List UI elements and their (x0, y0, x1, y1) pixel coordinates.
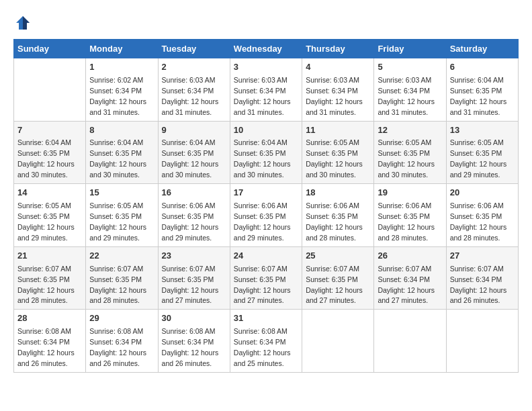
column-header-thursday: Thursday (302, 40, 374, 58)
calendar-table: SundayMondayTuesdayWednesdayThursdayFrid… (13, 39, 519, 373)
svg-marker-2 (23, 16, 30, 30)
calendar-cell: 29Sunrise: 6:08 AM Sunset: 6:34 PM Dayli… (86, 310, 158, 373)
logo (13, 13, 36, 32)
calendar-cell: 22Sunrise: 6:07 AM Sunset: 6:35 PM Dayli… (86, 246, 158, 310)
calendar-cell (302, 310, 374, 373)
day-number: 30 (162, 312, 226, 325)
day-info: Sunrise: 6:06 AM Sunset: 6:35 PM Dayligh… (306, 201, 363, 242)
calendar-cell: 31Sunrise: 6:08 AM Sunset: 6:34 PM Dayli… (230, 310, 302, 373)
calendar-cell: 25Sunrise: 6:07 AM Sunset: 6:35 PM Dayli… (302, 246, 374, 310)
day-info: Sunrise: 6:07 AM Sunset: 6:35 PM Dayligh… (306, 265, 363, 305)
calendar-cell: 9Sunrise: 6:04 AM Sunset: 6:35 PM Daylig… (158, 121, 230, 184)
calendar-cell: 26Sunrise: 6:07 AM Sunset: 6:34 PM Dayli… (374, 246, 446, 310)
day-info: Sunrise: 6:03 AM Sunset: 6:34 PM Dayligh… (234, 76, 291, 116)
day-info: Sunrise: 6:05 AM Sunset: 6:35 PM Dayligh… (306, 138, 363, 179)
day-info: Sunrise: 6:06 AM Sunset: 6:35 PM Dayligh… (234, 201, 291, 242)
day-number: 21 (17, 250, 82, 263)
day-info: Sunrise: 6:03 AM Sunset: 6:34 PM Dayligh… (306, 76, 363, 116)
day-info: Sunrise: 6:05 AM Sunset: 6:35 PM Dayligh… (89, 201, 146, 242)
day-number: 24 (234, 250, 298, 263)
day-number: 27 (450, 250, 515, 263)
day-info: Sunrise: 6:06 AM Sunset: 6:35 PM Dayligh… (450, 201, 507, 242)
day-info: Sunrise: 6:07 AM Sunset: 6:35 PM Dayligh… (17, 265, 75, 305)
calendar-cell: 24Sunrise: 6:07 AM Sunset: 6:35 PM Dayli… (230, 246, 302, 310)
day-number: 15 (89, 187, 154, 199)
week-row-1: 1Sunrise: 6:02 AM Sunset: 6:34 PM Daylig… (14, 58, 519, 122)
day-number: 17 (234, 187, 298, 199)
day-info: Sunrise: 6:05 AM Sunset: 6:35 PM Dayligh… (450, 138, 507, 179)
day-info: Sunrise: 6:04 AM Sunset: 6:35 PM Dayligh… (450, 76, 507, 116)
calendar-cell: 17Sunrise: 6:06 AM Sunset: 6:35 PM Dayli… (230, 184, 302, 247)
day-number: 5 (378, 61, 442, 74)
day-info: Sunrise: 6:02 AM Sunset: 6:34 PM Dayligh… (89, 76, 146, 116)
calendar-cell: 30Sunrise: 6:08 AM Sunset: 6:34 PM Dayli… (158, 310, 230, 373)
calendar-cell: 3Sunrise: 6:03 AM Sunset: 6:34 PM Daylig… (230, 58, 302, 122)
day-number: 18 (306, 187, 370, 199)
week-row-4: 21Sunrise: 6:07 AM Sunset: 6:35 PM Dayli… (14, 246, 519, 310)
calendar-cell (374, 310, 446, 373)
day-info: Sunrise: 6:07 AM Sunset: 6:34 PM Dayligh… (378, 265, 435, 305)
calendar-cell: 12Sunrise: 6:05 AM Sunset: 6:35 PM Dayli… (374, 121, 446, 184)
calendar-cell: 27Sunrise: 6:07 AM Sunset: 6:34 PM Dayli… (446, 246, 518, 310)
day-info: Sunrise: 6:06 AM Sunset: 6:35 PM Dayligh… (162, 201, 219, 242)
column-header-sunday: Sunday (14, 40, 86, 58)
week-row-5: 28Sunrise: 6:08 AM Sunset: 6:34 PM Dayli… (14, 310, 519, 373)
day-number: 12 (378, 124, 442, 137)
day-info: Sunrise: 6:08 AM Sunset: 6:34 PM Dayligh… (17, 327, 75, 367)
day-info: Sunrise: 6:05 AM Sunset: 6:35 PM Dayligh… (17, 201, 75, 242)
day-info: Sunrise: 6:03 AM Sunset: 6:34 PM Dayligh… (162, 76, 219, 116)
day-info: Sunrise: 6:08 AM Sunset: 6:34 PM Dayligh… (162, 327, 219, 367)
day-number: 7 (17, 124, 82, 137)
day-info: Sunrise: 6:08 AM Sunset: 6:34 PM Dayligh… (89, 327, 146, 367)
calendar-cell: 2Sunrise: 6:03 AM Sunset: 6:34 PM Daylig… (158, 58, 230, 122)
day-info: Sunrise: 6:07 AM Sunset: 6:35 PM Dayligh… (89, 265, 146, 305)
calendar-cell: 6Sunrise: 6:04 AM Sunset: 6:35 PM Daylig… (446, 58, 518, 122)
day-number: 20 (450, 187, 515, 199)
week-row-2: 7Sunrise: 6:04 AM Sunset: 6:35 PM Daylig… (14, 121, 519, 184)
column-header-saturday: Saturday (446, 40, 518, 58)
calendar-cell: 10Sunrise: 6:04 AM Sunset: 6:35 PM Dayli… (230, 121, 302, 184)
day-number: 16 (162, 187, 226, 199)
day-info: Sunrise: 6:04 AM Sunset: 6:35 PM Dayligh… (162, 138, 219, 179)
column-header-friday: Friday (374, 40, 446, 58)
day-number: 4 (306, 61, 370, 74)
day-info: Sunrise: 6:04 AM Sunset: 6:35 PM Dayligh… (89, 138, 146, 179)
day-number: 8 (89, 124, 154, 137)
calendar-cell: 11Sunrise: 6:05 AM Sunset: 6:35 PM Dayli… (302, 121, 374, 184)
day-number: 9 (162, 124, 226, 137)
column-header-wednesday: Wednesday (230, 40, 302, 58)
day-number: 23 (162, 250, 226, 263)
day-info: Sunrise: 6:08 AM Sunset: 6:34 PM Dayligh… (234, 327, 291, 367)
day-info: Sunrise: 6:04 AM Sunset: 6:35 PM Dayligh… (17, 138, 75, 179)
day-number: 1 (89, 61, 154, 74)
calendar-cell: 13Sunrise: 6:05 AM Sunset: 6:35 PM Dayli… (446, 121, 518, 184)
day-info: Sunrise: 6:07 AM Sunset: 6:34 PM Dayligh… (450, 265, 507, 305)
day-info: Sunrise: 6:05 AM Sunset: 6:35 PM Dayligh… (378, 138, 435, 179)
page-header (13, 13, 519, 32)
day-number: 19 (378, 187, 442, 199)
calendar-cell: 20Sunrise: 6:06 AM Sunset: 6:35 PM Dayli… (446, 184, 518, 247)
day-info: Sunrise: 6:03 AM Sunset: 6:34 PM Dayligh… (378, 76, 435, 116)
day-number: 25 (306, 250, 370, 263)
calendar-cell: 16Sunrise: 6:06 AM Sunset: 6:35 PM Dayli… (158, 184, 230, 247)
logo-icon (13, 13, 32, 32)
day-number: 10 (234, 124, 298, 137)
calendar-cell: 7Sunrise: 6:04 AM Sunset: 6:35 PM Daylig… (14, 121, 86, 184)
column-header-tuesday: Tuesday (158, 40, 230, 58)
calendar-header-row: SundayMondayTuesdayWednesdayThursdayFrid… (14, 40, 519, 58)
calendar-cell: 23Sunrise: 6:07 AM Sunset: 6:35 PM Dayli… (158, 246, 230, 310)
calendar-cell: 5Sunrise: 6:03 AM Sunset: 6:34 PM Daylig… (374, 58, 446, 122)
day-number: 13 (450, 124, 515, 137)
day-info: Sunrise: 6:06 AM Sunset: 6:35 PM Dayligh… (378, 201, 435, 242)
calendar-cell: 4Sunrise: 6:03 AM Sunset: 6:34 PM Daylig… (302, 58, 374, 122)
calendar-cell: 28Sunrise: 6:08 AM Sunset: 6:34 PM Dayli… (14, 310, 86, 373)
calendar-cell (446, 310, 518, 373)
day-number: 11 (306, 124, 370, 137)
day-number: 22 (89, 250, 154, 263)
calendar-cell: 14Sunrise: 6:05 AM Sunset: 6:35 PM Dayli… (14, 184, 86, 247)
day-info: Sunrise: 6:04 AM Sunset: 6:35 PM Dayligh… (234, 138, 291, 179)
day-number: 6 (450, 61, 515, 74)
calendar-cell: 18Sunrise: 6:06 AM Sunset: 6:35 PM Dayli… (302, 184, 374, 247)
day-number: 28 (17, 312, 82, 325)
calendar-cell: 1Sunrise: 6:02 AM Sunset: 6:34 PM Daylig… (86, 58, 158, 122)
